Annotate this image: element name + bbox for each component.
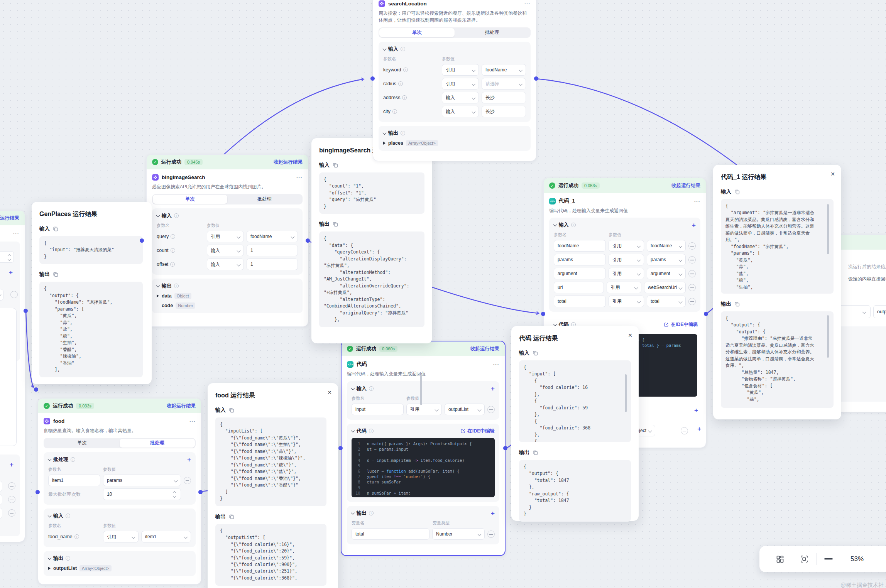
remove-row-button[interactable] [8,496,15,503]
node-card-bingImageSearch[interactable]: ✓ 运行成功 0.945s 收起运行结果 bingImageSearch ···… [146,154,308,327]
stepper-control[interactable] [6,253,12,262]
workflow-canvas[interactable]: 收起运行结果 ··· + + 流运行后的结果信息 设定的内容直接回答 outpu… [0,0,886,588]
param-value-select[interactable]: params [647,254,686,265]
param-value-select[interactable]: argument [647,268,686,279]
collapse-run-result-link[interactable]: 收起运行结果 [274,159,303,166]
output-json[interactable]: { "output": { "output": { "推荐理由": "凉拌黄瓜是… [721,311,834,408]
remove-row-button[interactable] [8,482,15,490]
collapse-chevron-icon[interactable] [553,322,557,326]
param-name-input[interactable]: total [554,296,606,307]
output-json[interactable]: { "data": { "queryContext": { "alteratio… [319,231,424,327]
collapse-run-result-link[interactable]: 收起运行结果 [671,182,700,189]
output-json[interactable]: { "output": { "total": 1847 }, "raw_outp… [519,460,631,522]
copy-icon[interactable] [533,450,538,455]
input-json[interactable]: { "count": "1", "offset": "1", "query": … [319,172,424,214]
param-value-select[interactable]: params [103,475,181,486]
more-menu-button[interactable]: ··· [13,231,19,237]
port-code-out[interactable] [503,446,507,450]
port-food-in[interactable] [36,490,40,494]
tab-batch[interactable]: 批处理 [455,28,530,37]
code-editor[interactable]: 1 2 3 4 5 6 7 8 9 10 n main({ params }: … [352,438,495,497]
input-json[interactable]: { "input": [ { "food_calorie": 16 }, { "… [519,360,631,442]
node-card-searchLocation[interactable]: searchLocation ··· 周边搜索：用户可以轻松搜索附近的餐厅、娱乐… [373,0,536,161]
remove-row-button[interactable] [10,291,18,298]
param-mode-select[interactable]: 引用 [609,268,644,279]
param-value-input[interactable]: 1 [247,245,298,256]
collapse-chevron-icon[interactable] [156,284,160,287]
param-name-input[interactable]: item1 [48,475,100,486]
edit-in-ide-link[interactable]: 在IDE中编辑 [664,321,698,328]
scrollbar[interactable] [625,374,627,412]
stepper-control[interactable] [171,490,177,499]
input-json[interactable]: { "input": "推荐夏天清淡的菜" } [39,236,143,264]
more-menu-button[interactable]: ··· [493,362,499,367]
collapse-chevron-icon[interactable] [351,429,355,433]
add-row-button[interactable]: + [697,426,701,432]
expand-triangle-icon[interactable] [157,294,159,297]
remove-row-button[interactable] [688,270,696,277]
collapse-chevron-icon[interactable] [48,457,52,461]
param-value-select[interactable]: total [647,296,686,307]
port-bing-in[interactable] [140,238,144,243]
remove-row-button[interactable] [487,531,495,538]
param-value-select[interactable]: 请选择 [482,78,526,90]
param-name-input[interactable]: input [352,404,404,415]
param-name-input[interactable]: argument [554,268,606,279]
param-value-input[interactable]: 长沙 [482,92,526,103]
more-menu-button[interactable]: ··· [189,418,196,424]
remove-row-button[interactable] [688,256,696,264]
param-mode-select[interactable]: 引用 [442,78,479,90]
tab-single[interactable]: 单次 [379,28,455,37]
copy-icon[interactable] [734,189,740,194]
add-row-button[interactable]: + [692,222,696,228]
param-mode-select[interactable]: 引用 [103,531,139,542]
tab-batch[interactable]: 批处理 [120,439,195,448]
param-mode-select[interactable]: 引用 [609,240,644,252]
output-json[interactable]: { "outputList": [ "{\"food_calorie\":16}… [215,524,326,586]
param-mode-select[interactable]: 输入 [442,106,479,117]
port-left-node-out[interactable] [24,309,28,313]
copy-icon[interactable] [53,272,58,277]
tab-batch[interactable]: 批处理 [227,195,302,204]
copy-icon[interactable] [533,350,538,356]
port-code1-out[interactable] [704,312,708,316]
param-mode-select[interactable]: 输入 [207,259,244,270]
add-row-button[interactable]: + [9,269,13,276]
param-mode-select[interactable]: 引用 [406,404,442,415]
remove-row-button[interactable] [688,242,696,250]
more-menu-button[interactable]: ··· [296,174,303,180]
param-value-select[interactable]: item1 [141,531,191,542]
param-value-select[interactable]: foodName [482,64,526,76]
port-genplaces-in[interactable] [34,387,38,392]
param-mode-select[interactable]: 引用 [609,296,644,307]
param-value-select[interactable]: foodName [247,231,298,242]
add-row-button[interactable]: + [694,407,698,414]
add-row-button[interactable]: + [10,461,14,468]
port-searchLocation-in[interactable] [370,76,375,81]
param-value-input[interactable]: 长沙 [482,106,526,117]
scrollbar[interactable] [827,315,829,358]
fit-screen-icon[interactable] [792,555,816,563]
remove-row-button[interactable] [487,406,495,413]
remove-row-button[interactable] [184,477,191,484]
remove-row-button[interactable] [681,427,688,434]
port-code1-in[interactable] [541,312,545,316]
var-name-input[interactable]: total [352,528,429,540]
collapse-chevron-icon[interactable] [48,556,52,560]
copy-icon[interactable] [229,407,234,413]
edit-in-ide-link[interactable]: 在IDE中编辑 [461,428,495,434]
zoom-out-button[interactable] [817,558,840,560]
param-input[interactable] [0,508,2,519]
tab-single[interactable]: 单次 [44,439,120,448]
param-mode-select[interactable]: 引用 [609,254,644,265]
more-menu-button[interactable]: ··· [524,1,531,7]
collapse-chevron-icon[interactable] [553,223,557,226]
collapse-chevron-icon[interactable] [351,386,355,390]
param-input[interactable] [0,494,2,505]
close-icon[interactable]: ✕ [830,171,835,177]
layout-grid-icon[interactable] [768,556,792,563]
scrollbar[interactable] [827,204,829,254]
copy-icon[interactable] [333,162,338,168]
tab-single[interactable]: 单次 [153,195,227,204]
input-json[interactable]: { "inputList": [ "{\"food_name\":\"黄瓜\"}… [215,417,326,506]
